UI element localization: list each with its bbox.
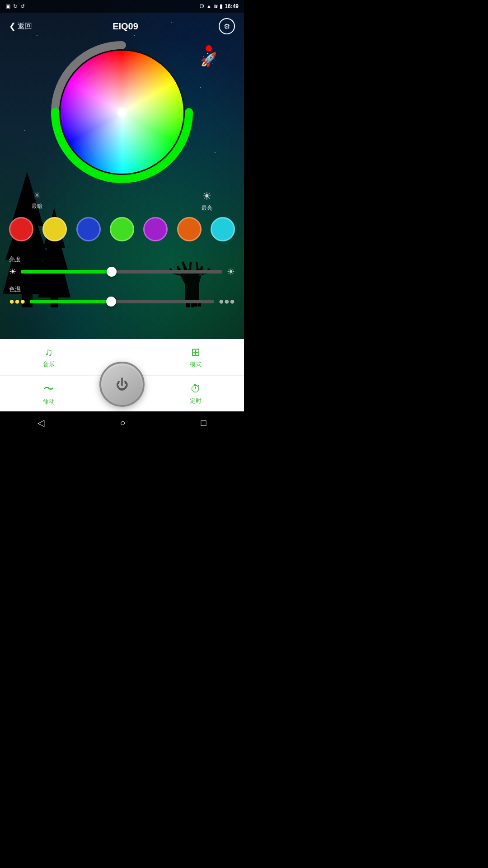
mode-icon: ⊞ (191, 346, 200, 359)
swatch-orange[interactable] (177, 217, 202, 241)
nav-recent-button[interactable]: □ (201, 418, 206, 428)
wifi-icon: ≋ (213, 3, 218, 9)
rhythm-icon: 〜 (43, 382, 54, 396)
music-label: 音乐 (43, 360, 55, 368)
brightness-label: 亮度 (9, 255, 235, 264)
brightness-max-text: 最亮 (202, 204, 212, 212)
brightness-dim-icon: ☀ (9, 267, 16, 277)
back-button[interactable]: ❮ 返回 (9, 21, 32, 31)
bottom-panel: ♫ 音乐 ⊞ 模式 〜 律动 ⏱ 定时 ⏻ (0, 339, 244, 411)
top-navigation: ❮ 返回 EIQ09 ⚙ (0, 13, 244, 40)
settings-button[interactable]: ⚙ (219, 18, 235, 34)
rocket-body-icon: 🚀 (200, 52, 217, 67)
timer-button[interactable]: ⏱ 定时 (147, 376, 244, 411)
power-button[interactable]: ⏻ (99, 362, 145, 407)
back-chevron-icon: ❮ (9, 21, 16, 31)
brightness-slider-row: 亮度 ☀ ☀ (9, 255, 235, 277)
status-right-info: ⚇ ▲ ≋ ▮ 16:49 (199, 3, 239, 9)
status-left-icons: ▣ ↻ ↺ (5, 3, 25, 9)
navigation-bar: ◁ ○ □ (0, 411, 244, 434)
brightness-bright-icon: ☀ (227, 266, 235, 277)
color-temp-fill (30, 300, 111, 303)
cool-icon: ●●● (219, 296, 235, 307)
nav-back-button[interactable]: ◁ (38, 417, 44, 428)
status-bar: ▣ ↻ ↺ ⚇ ▲ ≋ ▮ 16:49 (0, 0, 244, 13)
signal-icon: ▲ (206, 3, 211, 9)
music-button[interactable]: ♫ 音乐 (0, 339, 97, 375)
color-swatches (0, 217, 244, 241)
brightness-track-row: ☀ ☀ (9, 266, 235, 277)
color-wheel-area[interactable] (50, 40, 194, 184)
color-temp-track-row: ●●● ●●● (9, 296, 235, 307)
swatch-purple[interactable] (143, 217, 168, 241)
color-temp-label: 色温 (9, 285, 235, 293)
brightness-slider[interactable] (21, 270, 222, 274)
swatch-yellow[interactable] (42, 217, 67, 241)
brightness-min-label: ☀ 最暗 (32, 190, 42, 212)
color-temp-slider-row: 色温 ●●● ●●● (9, 285, 235, 307)
swatch-cyan[interactable] (211, 217, 235, 241)
time-display: 16:49 (225, 3, 239, 9)
sim-icon: ▣ (5, 3, 10, 9)
gear-icon: ⚙ (224, 22, 230, 31)
mode-label: 模式 (190, 360, 202, 368)
warm-icon: ●●● (9, 296, 25, 307)
color-temp-slider[interactable] (30, 300, 214, 303)
brightness-fill (21, 270, 112, 274)
brightness-min-text: 最暗 (32, 203, 42, 210)
music-icon: ♫ (45, 346, 53, 359)
back-label: 返回 (18, 22, 32, 31)
swatch-red[interactable] (9, 217, 33, 241)
mode-button[interactable]: ⊞ 模式 (147, 339, 244, 375)
rhythm-button[interactable]: 〜 律动 (0, 376, 97, 411)
timer-icon: ⏱ (190, 382, 201, 395)
swatch-green[interactable] (110, 217, 134, 241)
page-title: EIQ09 (113, 21, 138, 32)
rhythm-label: 律动 (43, 398, 55, 406)
brightness-thumb[interactable] (107, 267, 117, 277)
brightness-labels: ☀ 最暗 ☀ 最亮 (0, 190, 244, 212)
rocket-dot (206, 45, 212, 52)
color-selector-dot[interactable] (117, 108, 127, 117)
brightness-max-label: ☀ 最亮 (202, 190, 212, 212)
rocket-indicator: 🚀 (200, 45, 217, 67)
bluetooth-icon: ⚇ (199, 3, 204, 9)
sliders-section: 亮度 ☀ ☀ 色温 ●●● ●●● (0, 255, 244, 315)
power-icon: ⏻ (116, 377, 128, 392)
color-temp-thumb[interactable] (106, 297, 116, 307)
timer-label: 定时 (190, 397, 202, 405)
sync-icon: ↺ (20, 3, 25, 9)
sun-bright-icon: ☀ (202, 190, 212, 203)
nav-home-button[interactable]: ○ (120, 418, 125, 428)
battery-icon: ▮ (220, 3, 223, 9)
refresh-icon: ↻ (13, 3, 18, 9)
swatch-blue[interactable] (76, 217, 101, 241)
sun-dim-icon: ☀ (33, 190, 41, 201)
